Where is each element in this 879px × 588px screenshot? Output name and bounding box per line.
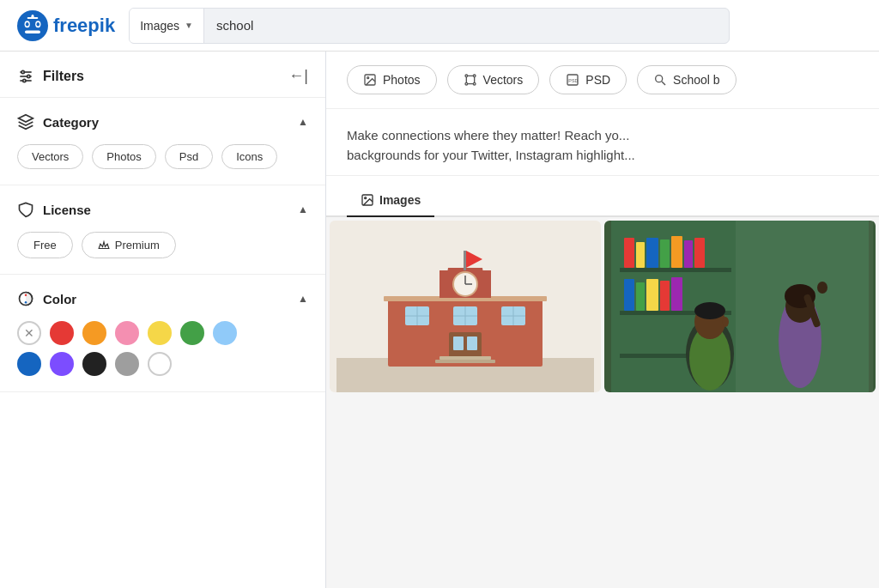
svg-point-21 (473, 75, 476, 77)
svg-point-13 (27, 75, 30, 77)
category-tag-vectors[interactable]: Vectors (17, 144, 83, 169)
color-swatch-gray[interactable] (115, 352, 139, 376)
category-chevron-icon: ▲ (298, 116, 308, 128)
tab-psd[interactable]: PSD PSD (549, 65, 627, 94)
svg-point-19 (367, 77, 369, 79)
color-swatch-white[interactable] (148, 352, 172, 376)
tab-vectors[interactable]: Vectors (447, 65, 540, 94)
logo-link[interactable]: freepik (17, 10, 115, 41)
svg-point-16 (25, 294, 27, 297)
filters-heading: Filters (17, 68, 84, 85)
color-chevron-icon: ▲ (298, 293, 308, 305)
category-tag-psd[interactable]: Psd (165, 144, 213, 169)
image-tab-row: Images (326, 176, 879, 217)
color-swatch-orange[interactable] (82, 321, 106, 345)
collapse-sidebar-button[interactable]: ←| (288, 67, 308, 85)
svg-rect-65 (684, 240, 693, 268)
license-section-header[interactable]: License ▲ (17, 201, 308, 218)
category-icon (17, 113, 34, 130)
image-grid (326, 217, 879, 396)
tab-photos[interactable]: Photos (347, 65, 437, 94)
search-type-label: Images (140, 19, 179, 33)
svg-point-22 (473, 82, 476, 85)
svg-point-76 (722, 317, 729, 327)
color-swatch-yellow[interactable] (148, 321, 172, 345)
category-tag-photos[interactable]: Photos (92, 144, 155, 169)
color-swatch-none[interactable]: ✕ (17, 321, 41, 345)
image-tab-images[interactable]: Images (347, 185, 434, 217)
search-input[interactable] (204, 9, 729, 43)
svg-rect-69 (646, 279, 658, 311)
svg-rect-52 (467, 336, 477, 350)
color-swatch-pink[interactable] (115, 321, 139, 345)
svg-point-26 (656, 76, 663, 82)
psd-icon: PSD (566, 73, 579, 87)
search-bar: Images ▼ (129, 8, 730, 44)
color-swatch-blue[interactable] (17, 352, 41, 376)
color-section-header[interactable]: Color ▲ (17, 290, 308, 307)
license-free-button[interactable]: Free (17, 232, 73, 258)
svg-point-29 (365, 197, 367, 199)
svg-text:PSD: PSD (569, 78, 579, 83)
filter-icon (17, 68, 34, 85)
chevron-down-icon: ▼ (185, 21, 193, 30)
svg-point-14 (23, 79, 26, 82)
svg-point-3 (26, 21, 29, 26)
svg-rect-71 (671, 277, 682, 311)
search-type-dropdown[interactable]: Images ▼ (130, 9, 204, 43)
color-section: Color ▲ ✕ (0, 275, 325, 392)
license-section: License ▲ Free Premium (0, 185, 325, 275)
tab-school-b[interactable]: School b (637, 65, 736, 94)
image-tab-icon (361, 193, 374, 207)
svg-rect-63 (660, 239, 670, 268)
license-icon (17, 201, 34, 218)
svg-point-17 (25, 301, 27, 304)
promo-text-line2: backgrounds for your Twitter, Instagram … (347, 146, 858, 166)
svg-rect-8 (25, 30, 40, 33)
svg-rect-68 (636, 282, 645, 311)
collapse-icon: ←| (288, 67, 308, 85)
svg-point-7 (32, 14, 34, 16)
school-building-illustration (330, 221, 601, 392)
photo-icon (363, 73, 377, 87)
main-layout: Filters ←| Category ▲ Vectors (0, 52, 879, 588)
color-swatch-black[interactable] (82, 352, 106, 376)
category-tag-icons[interactable]: Icons (221, 144, 277, 169)
content-area: Photos Vectors PSD PSD (326, 52, 879, 588)
color-swatch-green[interactable] (180, 321, 204, 345)
svg-point-23 (465, 82, 468, 85)
svg-rect-67 (624, 279, 634, 311)
promo-text-line1: Make connections where they matter! Reac… (347, 126, 858, 146)
promo-banner: Make connections where they matter! Reac… (326, 109, 879, 176)
svg-point-75 (694, 302, 725, 319)
license-premium-button[interactable]: Premium (82, 232, 176, 258)
classroom-photo-illustration (604, 221, 876, 392)
sidebar-header: Filters ←| (0, 52, 325, 98)
category-section-header[interactable]: Category ▲ (17, 113, 308, 130)
color-swatch-purple[interactable] (50, 352, 74, 376)
svg-rect-64 (671, 236, 682, 268)
tab-school-b-label: School b (673, 73, 719, 87)
svg-rect-82 (736, 221, 873, 392)
logo-text: freepik (53, 15, 115, 37)
content-tabs: Photos Vectors PSD PSD (326, 52, 879, 109)
svg-point-20 (465, 75, 468, 77)
svg-rect-57 (620, 268, 731, 272)
color-swatch-light-blue[interactable] (213, 321, 237, 345)
vectors-icon (464, 73, 477, 87)
svg-rect-61 (636, 242, 645, 268)
svg-rect-53 (440, 356, 491, 360)
search-icon (653, 73, 667, 87)
svg-rect-70 (660, 281, 670, 311)
svg-rect-51 (453, 336, 464, 350)
color-swatch-red[interactable] (50, 321, 74, 345)
color-swatches: ✕ (17, 321, 308, 376)
license-options: Free Premium (17, 232, 308, 258)
svg-rect-62 (646, 238, 658, 268)
svg-point-12 (21, 70, 24, 73)
svg-line-27 (662, 82, 665, 85)
category-tags: Vectors Photos Psd Icons (17, 144, 308, 169)
image-card-classroom[interactable] (604, 221, 876, 392)
color-icon (17, 290, 34, 307)
image-card-school-building[interactable] (330, 221, 601, 392)
